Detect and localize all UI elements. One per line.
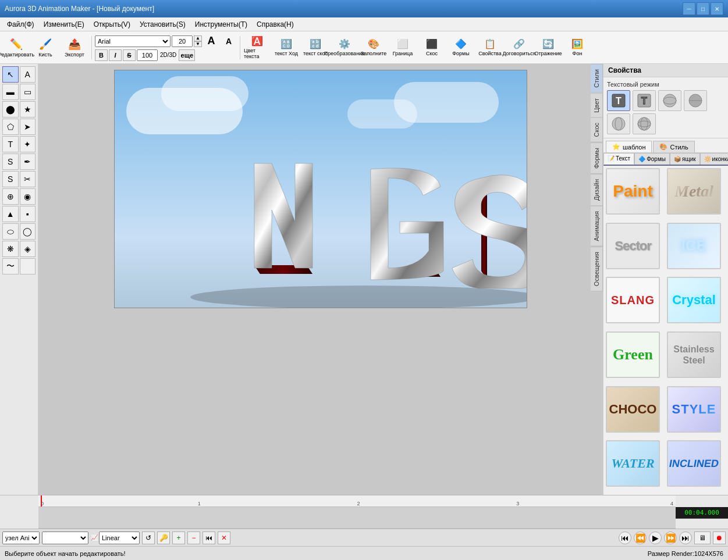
vpanel-shapes[interactable]: Формы <box>591 142 603 174</box>
custom-tool[interactable]: ✦ <box>20 136 36 152</box>
vpanel-animation[interactable]: Анимация <box>591 206 603 247</box>
s-tool[interactable]: S <box>2 154 19 170</box>
play-prev-button[interactable]: ⏪ <box>634 532 647 544</box>
key-del-button[interactable]: ✕ <box>218 532 230 544</box>
font-size-up[interactable]: ▲ <box>194 35 202 41</box>
sub-tab-icon[interactable]: 🔆 иконка <box>700 153 728 165</box>
shape5-tool[interactable]: ◈ <box>20 241 36 257</box>
font-percent-input[interactable] <box>137 49 158 61</box>
shapes-button[interactable]: 🔷 Формы <box>447 33 475 62</box>
mode-sphere4[interactable] <box>633 113 656 134</box>
record-button[interactable]: ⏺ <box>713 532 726 544</box>
triangle-tool[interactable]: ▲ <box>2 206 19 222</box>
minimize-button[interactable]: ─ <box>683 2 695 15</box>
style-sector[interactable]: Sector <box>606 223 660 269</box>
sub-tab-box[interactable]: 📦 ящик <box>670 153 700 165</box>
menu-tools[interactable]: Инструменты(Т) <box>190 19 252 30</box>
mode-sphere1[interactable] <box>658 90 681 111</box>
round-rect-tool[interactable]: ▭ <box>20 84 36 100</box>
style-green[interactable]: Green <box>606 331 660 378</box>
maximize-button[interactable]: □ <box>697 2 709 15</box>
menu-help[interactable]: Справка(Н) <box>252 19 299 30</box>
text-t-tool[interactable]: T <box>2 136 19 152</box>
canvas[interactable] <box>114 70 527 308</box>
refresh-button[interactable]: ↺ <box>142 532 155 544</box>
edit-button[interactable]: ✏️ Редактировать <box>2 33 30 62</box>
interp-select[interactable] <box>42 532 88 544</box>
star-tool[interactable]: ★ <box>20 101 36 117</box>
shape4-tool[interactable]: ❋ <box>2 241 19 257</box>
close-button[interactable]: ✕ <box>711 2 723 15</box>
select-tool[interactable]: ↖ <box>2 66 19 83</box>
vpanel-styles[interactable]: Стили <box>591 64 603 93</box>
style-choco[interactable]: CHOCO <box>606 386 660 433</box>
background-button[interactable]: 🖼️ Фон <box>563 33 591 62</box>
canvas-area[interactable] <box>38 64 603 495</box>
interp-type-select[interactable]: Linear <box>99 532 140 544</box>
brush-button[interactable]: 🖌️ Кисть <box>31 33 59 62</box>
style-paint[interactable]: Paint <box>606 168 660 215</box>
font-size-input[interactable] <box>172 35 193 47</box>
sub-tab-text[interactable]: 📝 Текст <box>603 153 634 165</box>
sub-tab-forms[interactable]: 🔷 Формы <box>634 153 670 165</box>
reflection-button[interactable]: 🔄 Отражение <box>534 33 562 62</box>
export-button[interactable]: 📤 Экспорт <box>61 33 88 62</box>
transform-button[interactable]: ⚙️ Преобразование <box>331 33 358 62</box>
add-key-button[interactable]: + <box>172 532 185 544</box>
ellipse-tool[interactable]: ⬭ <box>2 223 19 240</box>
style-ice[interactable]: ICE <box>667 223 721 269</box>
style-steel[interactable]: Stainless Steel <box>667 331 721 378</box>
play-next-button[interactable]: ⏩ <box>664 532 677 544</box>
italic-button[interactable]: I <box>109 49 122 61</box>
bold-button[interactable]: B <box>95 49 108 61</box>
style-style[interactable]: STYLE <box>667 386 721 433</box>
node-select[interactable]: узел Ani <box>2 532 40 544</box>
vpanel-design[interactable]: Дизайн <box>591 174 603 206</box>
fill-button[interactable]: 🎨 Заполните <box>360 33 388 62</box>
skew-button[interactable]: ⬛ Скос <box>418 33 446 62</box>
menu-setup[interactable]: Установить(S) <box>135 19 190 30</box>
s2-tool[interactable]: S <box>2 171 19 187</box>
font-family-select[interactable]: Arial Times New Roman Verdana <box>95 35 171 47</box>
arrow-tool[interactable]: ➤ <box>20 119 36 135</box>
more-button[interactable]: еще <box>179 49 195 61</box>
vpanel-lighting[interactable]: Освещения <box>591 247 603 291</box>
text-tool[interactable]: A <box>20 66 36 83</box>
text-size-large-button[interactable]: A <box>203 34 219 48</box>
menu-edit[interactable]: Изменить(Е) <box>39 19 89 30</box>
text-size-small-button[interactable]: A <box>221 34 237 48</box>
strikethrough-button[interactable]: S <box>123 49 136 61</box>
keyframe-button[interactable]: 🔑 <box>157 532 170 544</box>
vpanel-skew[interactable]: Скос <box>591 117 603 142</box>
style-slang[interactable]: SLANG <box>606 277 660 323</box>
mode-normal[interactable]: T <box>607 90 630 111</box>
style-tab[interactable]: 🎨 Стиль <box>653 141 694 152</box>
shape3-tool[interactable]: ◯ <box>20 223 36 240</box>
pentagon-tool[interactable]: ⬠ <box>2 119 19 135</box>
style-crystal[interactable]: Crystal <box>667 277 721 323</box>
blank-tool[interactable] <box>20 258 36 274</box>
tool-8a[interactable]: ⊕ <box>2 188 19 205</box>
properties-button[interactable]: 📋 Свойства <box>476 33 504 62</box>
mode-sphere3[interactable] <box>607 113 630 134</box>
text-walk-button[interactable]: 🔠 текст Ход <box>272 33 300 62</box>
border-button[interactable]: ⬜ Граница <box>389 33 417 62</box>
rect2-tool[interactable]: ▪ <box>20 206 36 222</box>
style-metal[interactable]: Metal <box>667 168 721 215</box>
timeline-track[interactable]: 00:04.000 <box>38 507 676 529</box>
play-button[interactable]: ▶ <box>649 532 662 544</box>
template-tab[interactable]: ⭐ шаблон <box>606 141 652 152</box>
text-skew-button[interactable]: 🔡 текст скос <box>301 33 329 62</box>
rect-tool[interactable]: ▬ <box>2 84 19 100</box>
text-color-button[interactable]: 🅰️ Цвет текста <box>243 33 271 62</box>
mode-sphere2[interactable] <box>684 90 707 111</box>
tool-8b[interactable]: ◉ <box>20 188 36 205</box>
menu-open[interactable]: Открыть(V) <box>89 19 135 30</box>
menu-file[interactable]: Файл(Ф) <box>2 19 39 30</box>
key-prev-button[interactable]: ⏮ <box>203 532 215 544</box>
style-water[interactable]: WATER <box>606 440 660 487</box>
tool-7b[interactable]: ✂ <box>20 171 36 187</box>
monitor-button[interactable]: 🖥 <box>694 532 711 544</box>
play-start-button[interactable]: ⏮ <box>619 532 631 544</box>
mode-outline[interactable]: T <box>633 90 656 111</box>
